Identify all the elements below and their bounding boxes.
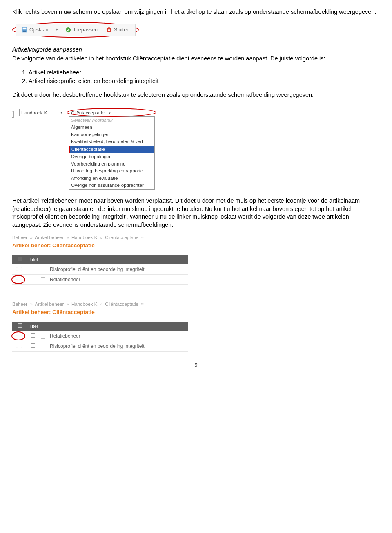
select-option[interactable]: Afronding en evaluatie	[69, 175, 154, 182]
page-icon	[38, 274, 47, 284]
section-heading: Artikelvolgorde aanpassen	[12, 46, 380, 54]
body-paragraph: Klik rechts bovenin uw scherm op opslaan…	[12, 8, 380, 16]
breadcrumb-item[interactable]: Artikel beheer	[35, 235, 64, 240]
ordered-list: Artikel relatiebeheer Artikel risicoprof…	[29, 69, 380, 85]
close-label: Sluiten	[114, 27, 129, 34]
article-table: Titel ⋮⋮ Risicoprofiel cliënt en beoorde…	[12, 255, 188, 285]
breadcrumb-item[interactable]: Beheer	[12, 302, 27, 307]
toolbar-screenshot: Opslaan + Toepassen Sluiten	[12, 22, 380, 38]
page-icon	[38, 264, 47, 275]
select-option[interactable]: Overige non assurance-opdrachter	[69, 182, 154, 189]
add-button[interactable]: +	[54, 26, 60, 34]
body-paragraph: Dit doet u door het desbetreffende hoofd…	[12, 91, 380, 99]
bracket-glyph: ]	[12, 109, 14, 119]
breadcrumb-item[interactable]: Cliëntacceptatie	[105, 302, 138, 307]
row-checkbox[interactable]	[27, 264, 38, 275]
row-title[interactable]: Risicoprofiel cliënt en beoordeling inte…	[47, 341, 188, 351]
select-option[interactable]: Selecteer hoofdstuk	[69, 117, 154, 124]
table-row: ⋮⋮ Risicoprofiel cliënt en beoordeling i…	[12, 264, 188, 275]
drag-handle-icon[interactable]: ⋮⋮	[12, 331, 27, 341]
row-checkbox[interactable]	[27, 274, 38, 284]
breadcrumb-item[interactable]: Handboek K	[71, 302, 97, 307]
drag-handle-icon[interactable]: ⋮⋮	[12, 341, 27, 351]
svg-rect-1	[23, 28, 27, 29]
table-header-checkbox[interactable]	[12, 322, 27, 331]
table-header-title: Titel	[27, 322, 188, 331]
article-list-before: Beheer » Artikel beheer » Handboek K » C…	[12, 235, 380, 285]
hoofdstuk-select[interactable]: Cliëntacceptatie	[69, 110, 112, 116]
hoofdstuk-options: Selecteer hoofdstuk Algemeen Kantoorrege…	[69, 116, 155, 190]
close-icon	[106, 27, 112, 33]
select-option[interactable]: Voorbereiding en planning	[69, 161, 154, 168]
handboek-select[interactable]: Handboek K	[19, 109, 64, 116]
check-icon	[65, 27, 71, 33]
select-option[interactable]: Kantoorregelingen	[69, 131, 154, 139]
row-title[interactable]: Risicoprofiel cliënt en beoordeling inte…	[47, 264, 188, 275]
disk-icon	[22, 27, 27, 33]
table-row: ⋮⋮ Relatiebeheer	[12, 274, 188, 284]
breadcrumb-item[interactable]: Artikel beheer	[35, 302, 64, 307]
select-option[interactable]: Algemeen	[69, 124, 154, 131]
breadcrumb-expand-icon[interactable]: ≈	[141, 235, 143, 240]
drag-handle-icon[interactable]: ⋮⋮	[12, 264, 27, 275]
select-option[interactable]: Kwaliteitsbeleid, beoordelen & verl	[69, 138, 154, 146]
select-option[interactable]: Uitvoering, bespreking en rapporte	[69, 168, 154, 175]
breadcrumb-item[interactable]: Cliëntacceptatie	[105, 235, 138, 240]
table-header-checkbox[interactable]	[12, 255, 27, 264]
breadcrumb-item[interactable]: Handboek K	[71, 235, 97, 240]
row-title[interactable]: Relatiebeheer	[47, 274, 188, 284]
breadcrumb-sep: »	[100, 302, 102, 307]
table-row: ⋮⋮ Relatiebeheer	[12, 331, 188, 341]
breadcrumb-sep: »	[100, 235, 102, 240]
list-title: Artikel beheer: Cliëntacceptatie	[12, 309, 380, 316]
save-label: Opslaan	[29, 27, 49, 34]
body-paragraph: Het artikel 'relatiebeheer' moet naar bo…	[12, 197, 380, 229]
breadcrumb-sep: »	[30, 302, 32, 307]
row-checkbox[interactable]	[27, 341, 38, 351]
page-icon	[38, 331, 47, 341]
breadcrumb-item[interactable]: Beheer	[12, 235, 27, 240]
list-title: Artikel beheer: Cliëntacceptatie	[12, 242, 380, 249]
select-option-selected[interactable]: Cliëntacceptatie	[69, 146, 154, 154]
article-list-after: Beheer » Artikel beheer » Handboek K » C…	[12, 301, 380, 352]
apply-button[interactable]: Toepassen	[62, 26, 101, 34]
list-item: Artikel risicoprofiel cliënt en beoordel…	[29, 77, 380, 85]
page-number: 9	[12, 361, 380, 369]
drag-handle-icon[interactable]: ⋮⋮	[12, 274, 27, 284]
breadcrumb-sep: »	[30, 235, 32, 240]
body-paragraph: De volgorde van de artikelen in het hoof…	[12, 55, 380, 63]
breadcrumb: Beheer » Artikel beheer » Handboek K » C…	[12, 301, 380, 308]
row-title[interactable]: Relatiebeheer	[47, 331, 188, 341]
article-table: Titel ⋮⋮ Relatiebeheer ⋮⋮ Risicoprofiel …	[12, 322, 188, 352]
row-checkbox[interactable]	[27, 331, 38, 341]
breadcrumb-sep: »	[66, 235, 69, 240]
svg-rect-2	[23, 31, 26, 32]
close-button[interactable]: Sluiten	[103, 26, 133, 34]
breadcrumb-expand-icon[interactable]: ≈	[141, 302, 143, 307]
breadcrumb: Beheer » Artikel beheer » Handboek K » C…	[12, 235, 380, 241]
page-icon	[38, 341, 47, 351]
save-button[interactable]: Opslaan	[18, 26, 52, 34]
apply-label: Toepassen	[73, 27, 98, 34]
dropdown-screenshot: ] Handboek K Cliëntacceptatie Selecteer …	[12, 109, 155, 190]
select-option[interactable]: Overige bepalingen	[69, 153, 154, 161]
table-header-title: Titel	[27, 255, 188, 264]
breadcrumb-sep: »	[66, 302, 69, 307]
table-row: ⋮⋮ Risicoprofiel cliënt en beoordeling i…	[12, 341, 188, 351]
list-item: Artikel relatiebeheer	[29, 69, 380, 77]
